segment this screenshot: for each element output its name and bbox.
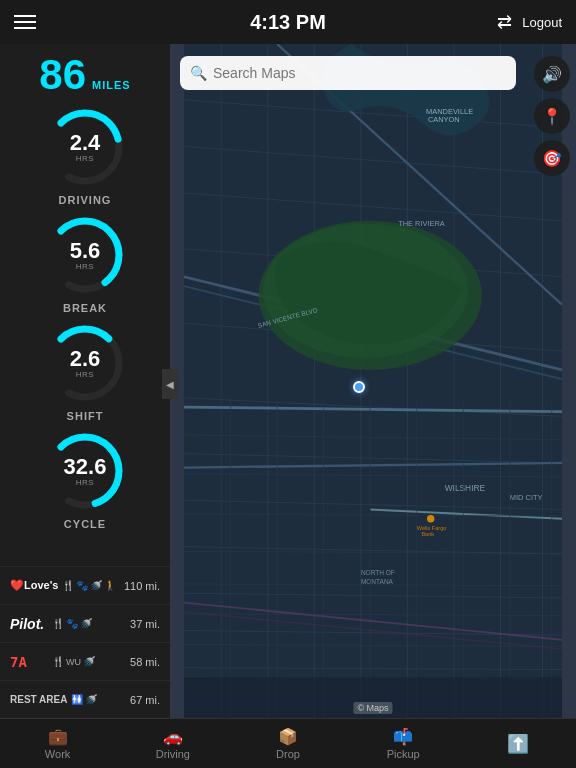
- svg-text:THE RIVIERA: THE RIVIERA: [398, 219, 445, 228]
- menu-button[interactable]: [14, 15, 36, 29]
- work-icon: 💼: [48, 727, 68, 746]
- poi-pilot[interactable]: Pilot. 🍴 🐾 🚿 37 mi.: [0, 604, 170, 642]
- break-value: 5.6: [70, 238, 101, 263]
- drop-label: Drop: [276, 748, 300, 760]
- svg-text:MID CITY: MID CITY: [510, 493, 543, 502]
- nav-driving[interactable]: 🚗 Driving: [115, 719, 230, 768]
- nav-pickup[interactable]: 📫 Pickup: [346, 719, 461, 768]
- poi-loves[interactable]: ❤️Love's 🍴 🐾 🚿 🚶 110 mi.: [0, 566, 170, 604]
- loves-amenities: 🍴 🐾 🚿 🚶: [62, 580, 120, 591]
- sidebar: 86 MILES 2.4 HRS DRIVING 5.6 HRS: [0, 44, 170, 718]
- poi-rest[interactable]: REST AREA 🚻 🚿 67 mi.: [0, 680, 170, 718]
- svg-text:MONTANA: MONTANA: [361, 578, 394, 585]
- driving-icon: 🚗: [163, 727, 183, 746]
- rest-amenities: 🚻 🚿: [71, 694, 126, 705]
- ta-logo: 7A: [10, 654, 48, 670]
- nav-share[interactable]: ⬆️: [461, 719, 576, 768]
- svg-text:NORTH OF: NORTH OF: [361, 569, 395, 576]
- share-icon: ⬆️: [507, 733, 529, 755]
- map-svg: MANDEVILLE CANYON THE RIVIERA WILSHIRE M…: [170, 44, 576, 718]
- svg-text:Bank: Bank: [421, 531, 434, 537]
- rest-logo: REST AREA: [10, 694, 67, 705]
- miles-label: MILES: [92, 79, 131, 91]
- driving-value: 2.4: [70, 130, 101, 155]
- driving-label: Driving: [156, 748, 190, 760]
- header-right: ⇄ Logout: [497, 11, 562, 33]
- pilot-distance: 37 mi.: [130, 618, 160, 630]
- location-dot: [353, 381, 365, 393]
- nav-drop[interactable]: 📦 Drop: [230, 719, 345, 768]
- svg-text:Wells Fargo: Wells Fargo: [417, 525, 447, 531]
- search-bar: 🔍: [180, 56, 516, 90]
- search-input[interactable]: [213, 65, 506, 81]
- pilot-logo: Pilot.: [10, 616, 48, 632]
- map-area: MANDEVILLE CANYON THE RIVIERA WILSHIRE M…: [170, 44, 576, 718]
- svg-text:CANYON: CANYON: [428, 115, 460, 124]
- svg-text:WILSHIRE: WILSHIRE: [445, 483, 486, 493]
- poi-list: ❤️Love's 🍴 🐾 🚿 🚶 110 mi. Pilot. 🍴 🐾 🚿 37…: [0, 566, 170, 718]
- bottom-nav: 💼 Work 🚗 Driving 📦 Drop 📫 Pickup ⬆️: [0, 718, 576, 768]
- loves-distance: 110 mi.: [124, 580, 160, 592]
- search-icon: 🔍: [190, 65, 207, 81]
- gauge-cycle: 32.6 HRS CYCLE: [0, 426, 170, 530]
- audio-button[interactable]: 🔊: [534, 56, 570, 92]
- svg-point-61: [427, 515, 434, 522]
- cycle-value: 32.6: [64, 454, 107, 479]
- drop-icon: 📦: [278, 727, 298, 746]
- audio-icon[interactable]: ⇄: [497, 11, 512, 33]
- pickup-icon: 📫: [393, 727, 413, 746]
- header-time: 4:13 PM: [250, 11, 326, 34]
- pickup-label: Pickup: [387, 748, 420, 760]
- pilot-amenities: 🍴 🐾 🚿: [52, 618, 126, 629]
- location-button[interactable]: 📍: [534, 98, 570, 134]
- sidebar-toggle[interactable]: ◀: [162, 369, 178, 399]
- ta-amenities: 🍴 WU 🚿: [52, 656, 126, 667]
- app-header: 4:13 PM ⇄ Logout: [0, 0, 576, 44]
- ta-distance: 58 mi.: [130, 656, 160, 668]
- poi-ta[interactable]: 7A 🍴 WU 🚿 58 mi.: [0, 642, 170, 680]
- map-controls: 🔊 📍 🎯: [534, 56, 570, 176]
- compass-button[interactable]: 🎯: [534, 140, 570, 176]
- map-attribution: © Maps: [353, 702, 392, 714]
- loves-logo: ❤️Love's: [10, 579, 58, 592]
- rest-distance: 67 mi.: [130, 694, 160, 706]
- work-label: Work: [45, 748, 70, 760]
- shift-value: 2.6: [70, 346, 101, 371]
- nav-work[interactable]: 💼 Work: [0, 719, 115, 768]
- logout-button[interactable]: Logout: [522, 15, 562, 30]
